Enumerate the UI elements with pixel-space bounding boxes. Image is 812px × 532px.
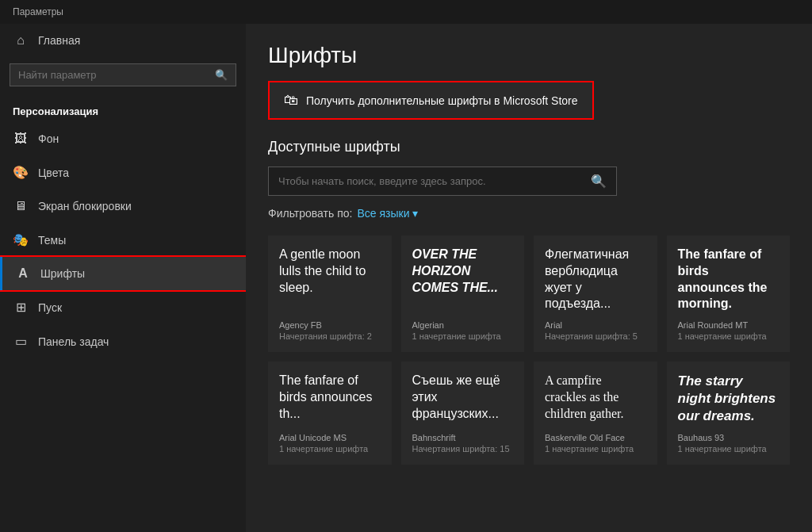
chevron-down-icon: ▾ — [412, 207, 418, 220]
background-label: Фон — [38, 132, 59, 145]
themes-icon: 🎭 — [13, 232, 29, 247]
font-name-arial: Arial — [545, 320, 646, 330]
colors-label: Цвета — [38, 166, 69, 179]
sidebar-item-lock-screen[interactable]: 🖥 Экран блокировки — [0, 189, 246, 223]
main-layout: ⌂ Главная 🔍 Персонализация 🖼 Фон 🎨 Цвета… — [0, 24, 812, 532]
font-card-algerian[interactable]: OVER THE HORIZON COMES THE... Algerian 1… — [401, 235, 525, 352]
font-meta-algerian: 1 начертание шрифта — [412, 331, 514, 341]
font-name-algerian: Algerian — [412, 320, 514, 330]
home-label: Главная — [38, 34, 80, 47]
sidebar: ⌂ Главная 🔍 Персонализация 🖼 Фон 🎨 Цвета… — [0, 24, 246, 532]
font-card-bauhaus[interactable]: The starry night brightens our dreams. B… — [667, 362, 791, 465]
font-preview-arial-rounded: The fanfare of birds announces the morni… — [678, 247, 779, 312]
font-card-arial-unicode[interactable]: The fanfare of birds announces th... Ari… — [268, 362, 392, 465]
font-grid: A gentle moon lulls the child to sleep. … — [268, 235, 790, 465]
ms-store-label: Получить дополнительные шрифты в Microso… — [306, 94, 578, 107]
font-preview-baskerville: A campfire crackles as the children gath… — [545, 373, 646, 425]
search-input[interactable] — [18, 69, 215, 81]
lock-screen-label: Экран блокировки — [38, 200, 132, 212]
title-bar: Параметры — [0, 0, 812, 24]
filter-language-dropdown[interactable]: Все языки ▾ — [357, 207, 418, 220]
font-card-arial-rounded[interactable]: The fanfare of birds announces the morni… — [667, 235, 791, 352]
font-meta-arial-rounded: 1 начертание шрифта — [678, 331, 779, 341]
font-name-arial-unicode: Arial Unicode MS — [279, 433, 381, 442]
store-icon: 🛍 — [284, 92, 298, 109]
sidebar-item-colors[interactable]: 🎨 Цвета — [0, 155, 246, 189]
themes-label: Темы — [38, 234, 66, 247]
sidebar-item-taskbar[interactable]: ▭ Панель задач — [0, 324, 246, 358]
font-card-baskerville[interactable]: A campfire crackles as the children gath… — [534, 362, 657, 465]
font-name-agency-fb: Agency FB — [279, 320, 381, 330]
font-name-baskerville: Baskerville Old Face — [545, 433, 646, 442]
font-search-icon: 🔍 — [591, 174, 607, 189]
search-icon: 🔍 — [215, 69, 228, 81]
font-preview-agency-fb: A gentle moon lulls the child to sleep. — [279, 247, 381, 312]
filter-value: Все языки — [357, 207, 409, 220]
font-search-box[interactable]: 🔍 — [268, 166, 617, 196]
start-icon: ⊞ — [13, 300, 29, 315]
filter-label: Фильтровать по: — [268, 207, 352, 220]
home-icon: ⌂ — [13, 33, 29, 48]
font-card-agency-fb[interactable]: A gentle moon lulls the child to sleep. … — [268, 235, 392, 352]
lock-screen-icon: 🖥 — [13, 199, 29, 213]
font-name-arial-rounded: Arial Rounded MT — [678, 320, 779, 330]
fonts-label: Шрифты — [40, 267, 85, 280]
sidebar-item-home[interactable]: ⌂ Главная — [0, 24, 246, 57]
font-preview-algerian: OVER THE HORIZON COMES THE... — [412, 247, 514, 312]
background-icon: 🖼 — [13, 132, 29, 146]
font-card-bahnschrift[interactable]: Съешь же ещё этих французских... Bahnsch… — [401, 362, 525, 465]
start-label: Пуск — [38, 301, 62, 314]
ms-store-button[interactable]: 🛍 Получить дополнительные шрифты в Micro… — [268, 81, 594, 120]
sidebar-item-themes[interactable]: 🎭 Темы — [0, 223, 246, 257]
font-preview-arial: Флегматичная верблюдица жует у подъезда.… — [545, 247, 646, 312]
font-meta-bauhaus: 1 начертание шрифта — [678, 444, 779, 454]
font-name-bahnschrift: Bahnschrift — [412, 433, 514, 442]
font-preview-bauhaus: The starry night brightens our dreams. — [678, 373, 779, 425]
font-card-arial[interactable]: Флегматичная верблюдица жует у подъезда.… — [534, 235, 657, 352]
font-meta-agency-fb: Начертания шрифта: 2 — [279, 331, 381, 341]
app-title: Параметры — [13, 6, 63, 17]
font-preview-arial-unicode: The fanfare of birds announces th... — [279, 373, 381, 425]
personalization-section-label: Персонализация — [0, 96, 246, 122]
taskbar-label: Панель задач — [38, 335, 109, 348]
taskbar-icon: ▭ — [13, 334, 29, 349]
page-title: Шрифты — [268, 43, 790, 68]
search-box[interactable]: 🔍 — [10, 63, 236, 86]
font-meta-arial: Начертания шрифта: 5 — [545, 331, 646, 341]
content-area: Шрифты 🛍 Получить дополнительные шрифты … — [246, 24, 812, 532]
fonts-icon: A — [15, 266, 31, 281]
font-preview-bahnschrift: Съешь же ещё этих французских... — [412, 373, 514, 425]
sidebar-item-background[interactable]: 🖼 Фон — [0, 122, 246, 155]
filter-row: Фильтровать по: Все языки ▾ — [268, 207, 790, 220]
font-meta-arial-unicode: 1 начертание шрифта — [279, 444, 381, 454]
available-fonts-title: Доступные шрифты — [268, 139, 790, 155]
font-meta-baskerville: 1 начертание шрифта — [545, 444, 646, 454]
sidebar-item-start[interactable]: ⊞ Пуск — [0, 290, 246, 324]
font-name-bauhaus: Bauhaus 93 — [678, 433, 779, 442]
font-search-input[interactable] — [278, 175, 591, 187]
font-meta-bahnschrift: Начертания шрифта: 15 — [412, 444, 514, 454]
sidebar-item-fonts[interactable]: A Шрифты — [0, 257, 246, 290]
colors-icon: 🎨 — [13, 165, 29, 180]
